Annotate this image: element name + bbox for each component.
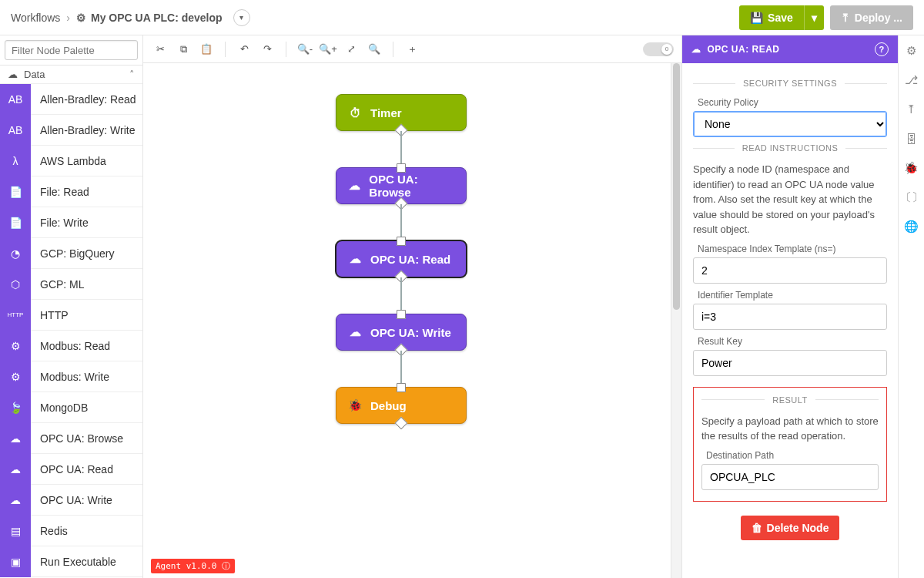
field-label: Destination Path — [701, 450, 879, 461]
redo-button[interactable]: ↷ — [258, 40, 276, 59]
palette-search-wrap — [0, 35, 142, 66]
node-input-port[interactable] — [397, 310, 406, 319]
node-label: OPC UA: Browse — [369, 173, 455, 199]
identifier-template-input[interactable] — [693, 304, 887, 330]
palette-item[interactable]: 📄File: Read — [0, 176, 142, 207]
breadcrumb-root-link[interactable]: Workflows — [11, 12, 60, 24]
palette-item-label: Redis — [31, 525, 68, 537]
palette-item[interactable]: λAWS Lambda — [0, 146, 142, 176]
node-label: OPC UA: Write — [370, 326, 451, 339]
palette-item[interactable]: 🍃MongoDB — [0, 392, 142, 423]
cut-button[interactable]: ✂ — [151, 40, 169, 59]
cloud-icon: ☁ — [691, 44, 701, 55]
upload-icon: ⤒ — [841, 12, 850, 24]
breadcrumb-title-text: My OPC UA PLC: develop — [91, 12, 223, 24]
inspector-panel: ☁ OPC UA: READ ? SECURITY SETTINGS Secur… — [682, 35, 898, 578]
breadcrumb: Workflows › ⚙ My OPC UA PLC: develop ▾ — [11, 9, 250, 26]
fit-button[interactable]: ⤢ — [342, 40, 360, 59]
node-label: Debug — [370, 399, 407, 412]
debug-toggle[interactable]: 0 — [643, 42, 674, 56]
breadcrumb-title: ⚙ My OPC UA PLC: develop — [76, 12, 223, 24]
save-button[interactable]: 💾 Save — [739, 5, 804, 30]
toolbar-separator — [225, 42, 226, 57]
palette-item-label: GCP: BigQuery — [31, 247, 114, 260]
palette-item[interactable]: ▣Run Executable — [0, 546, 142, 577]
save-icon: 💾 — [750, 12, 763, 24]
result-section: RESULT Specify a payload path at which t… — [693, 387, 887, 502]
node-palette: ☁ Data ˄ ABAllen-Bradley: ReadABAllen-Br… — [0, 35, 143, 578]
node-input-port[interactable] — [397, 237, 406, 246]
chevron-up-icon: ˄ — [129, 69, 135, 80]
node-label: Timer — [370, 106, 402, 119]
version-dropdown[interactable]: ▾ — [233, 9, 250, 26]
palette-item-label: Allen-Bradley: Read — [31, 93, 136, 106]
flow-node[interactable]: ☁OPC UA: Write — [336, 314, 467, 351]
palette-item-label: OPC UA: Write — [31, 494, 112, 506]
scrollbar-thumb[interactable] — [673, 63, 680, 310]
palette-item[interactable]: ☁OPC UA: Write — [0, 485, 142, 516]
inspector-header: ☁ OPC UA: READ ? — [682, 35, 898, 63]
globe-icon[interactable]: 🌐 — [904, 219, 919, 234]
palette-item-icon: ▣ — [0, 546, 31, 577]
palette-item[interactable]: ⬡GCP: ML — [0, 269, 142, 300]
namespace-index-input[interactable] — [693, 257, 887, 284]
deploy-button[interactable]: ⤒ Deploy ... — [830, 5, 913, 30]
gear-icon[interactable]: ⚙ — [904, 43, 919, 59]
palette-item-icon: HTTP — [0, 300, 31, 331]
section-title-read: READ INSTRUCTIONS — [693, 143, 887, 153]
right-icon-rail: ⚙ ⎇ ⤒ 🗄 🐞 〔〕 🌐 — [898, 35, 924, 578]
undo-button[interactable]: ↶ — [235, 40, 253, 59]
palette-item[interactable]: HTTPHTTP — [0, 300, 142, 331]
palette-item[interactable]: ⚙Modbus: Write — [0, 361, 142, 392]
palette-item[interactable]: ⚙Modbus: Read — [0, 331, 142, 361]
result-key-input[interactable] — [693, 350, 887, 376]
palette-item[interactable]: 📄File: Write — [0, 207, 142, 238]
field-label: Result Key — [693, 336, 887, 347]
add-node-button[interactable]: ＋ — [403, 40, 421, 59]
palette-item-icon: AB — [0, 115, 31, 146]
palette-item[interactable]: ☁OPC UA: Read — [0, 454, 142, 485]
destination-path-input[interactable] — [701, 464, 879, 490]
flow-node[interactable]: 🐞Debug — [336, 387, 467, 424]
main-area: ☁ Data ˄ ABAllen-Bradley: ReadABAllen-Br… — [0, 35, 924, 578]
palette-item-icon: λ — [0, 146, 31, 176]
palette-item[interactable]: ☁OPC UA: Browse — [0, 423, 142, 454]
palette-group-header[interactable]: ☁ Data ˄ — [0, 66, 142, 84]
security-policy-select[interactable]: None — [693, 111, 887, 137]
database-icon[interactable]: 🗄 — [904, 131, 919, 146]
agent-version-tag[interactable]: Agent v1.0.0 ⓘ — [151, 559, 235, 573]
node-input-port[interactable] — [397, 383, 406, 392]
zoom-in-button[interactable]: 🔍+ — [319, 40, 337, 59]
palette-search-input[interactable] — [5, 40, 138, 60]
flow-node[interactable]: ☁OPC UA: Browse — [336, 167, 467, 204]
palette-item[interactable]: ◔GCP: BigQuery — [0, 238, 142, 269]
zoom-out-button[interactable]: 🔍- — [296, 40, 314, 59]
node-input-port[interactable] — [397, 163, 406, 173]
branch-icon[interactable]: ⎇ — [904, 72, 919, 88]
palette-item[interactable]: ABAllen-Bradley: Read — [0, 84, 142, 115]
save-dropdown-button[interactable]: ▾ — [804, 5, 824, 30]
brackets-icon[interactable]: 〔〕 — [904, 190, 919, 205]
workflow-canvas[interactable]: ⏱Timer☁OPC UA: Browse☁OPC UA: Read☁OPC U… — [143, 63, 681, 578]
bug-icon[interactable]: 🐞 — [904, 160, 919, 176]
section-title-result: RESULT — [701, 395, 879, 405]
copy-button[interactable]: ⧉ — [174, 40, 192, 59]
node-icon: ⏱ — [347, 106, 363, 119]
inspector-title: OPC UA: READ — [708, 44, 780, 55]
palette-item[interactable]: ABAllen-Bradley: Write — [0, 115, 142, 146]
palette-item-label: File: Write — [31, 217, 89, 229]
canvas-scrollbar[interactable] — [671, 63, 681, 578]
flow-node[interactable]: ⏱Timer — [336, 94, 467, 131]
palette-item-label: MongoDB — [31, 402, 88, 414]
toolbar-separator — [286, 42, 286, 57]
node-output-port[interactable] — [395, 417, 408, 430]
flow-node[interactable]: ☁OPC UA: Read — [336, 240, 467, 277]
search-canvas-button[interactable]: 🔍 — [365, 40, 383, 59]
upload-icon[interactable]: ⤒ — [904, 102, 919, 117]
delete-node-button[interactable]: 🗑 Delete Node — [741, 516, 840, 540]
help-icon[interactable]: ? — [875, 42, 889, 56]
palette-item-icon: 📄 — [0, 207, 31, 238]
paste-button[interactable]: 📋 — [197, 40, 216, 59]
palette-item[interactable]: ▤Redis — [0, 516, 142, 546]
palette-item-icon: ☁ — [0, 454, 31, 485]
